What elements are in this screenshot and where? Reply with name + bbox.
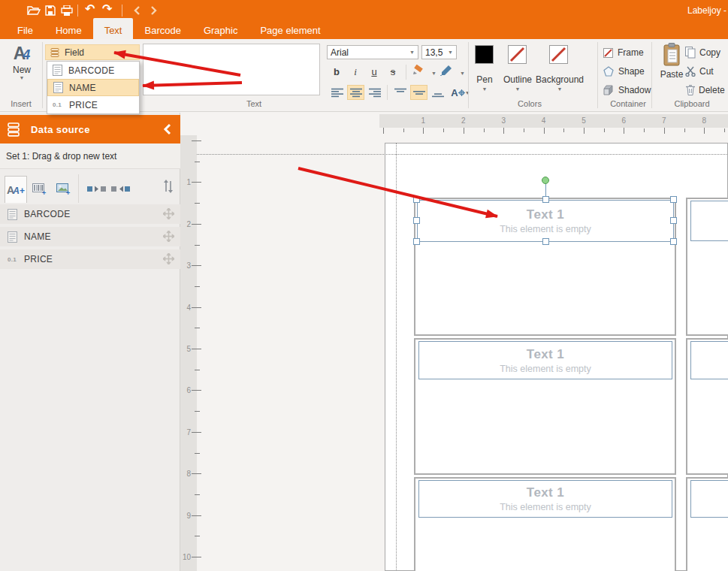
delete-button[interactable]: Delete	[686, 83, 725, 97]
drag-handle-icon[interactable]	[163, 253, 174, 264]
next-record-icon[interactable]	[150, 6, 158, 15]
align-right-button[interactable]	[366, 85, 383, 100]
field-name: PRICE	[24, 254, 53, 264]
cut-icon	[685, 66, 696, 77]
ruler-number: 5	[581, 116, 586, 125]
text-element[interactable]: Text 1 This element is empty	[418, 480, 672, 518]
drag-handle-icon[interactable]	[163, 208, 174, 219]
add-barcode-field-button[interactable]: +	[29, 176, 51, 203]
ruler-tick	[423, 128, 424, 134]
menu-item-price[interactable]: 0.1 PRICE	[47, 96, 139, 113]
underline-button[interactable]: u	[366, 65, 382, 80]
resize-handle-s[interactable]	[542, 238, 549, 245]
drag-handle-icon[interactable]	[163, 231, 174, 242]
chevron-down-icon[interactable]: ▼	[535, 86, 585, 92]
no-color-slash-icon	[550, 46, 567, 63]
shadow-button[interactable]: Shadow	[603, 83, 651, 97]
text-content-input[interactable]	[143, 44, 320, 95]
field-row-price[interactable]: 0.1 PRICE	[0, 249, 180, 269]
chevron-down-icon: ▼	[5, 75, 39, 80]
text-effects-icon: A	[451, 87, 458, 98]
pen-icon	[440, 65, 452, 76]
ruler-tick	[195, 286, 200, 287]
text-element[interactable]: Text 1 This element is empty	[418, 341, 672, 379]
ruler-tick	[192, 307, 201, 308]
background-color-swatch[interactable]	[549, 45, 568, 64]
tab-home[interactable]: Home	[44, 21, 93, 39]
ruler-tick	[192, 182, 201, 183]
shape-icon	[603, 66, 614, 77]
ruler-tick	[503, 128, 504, 134]
tab-text[interactable]: Text	[93, 18, 134, 39]
sort-fields-icon[interactable]	[162, 179, 174, 194]
align-center-button[interactable]	[347, 85, 364, 100]
ruler-number: 9	[180, 511, 191, 519]
merge-next-icon[interactable]	[87, 186, 107, 192]
ruler-tick	[192, 473, 201, 474]
valign-top-button[interactable]	[391, 85, 409, 100]
open-file-icon[interactable]	[27, 5, 41, 16]
cut-button[interactable]: Cut	[685, 65, 714, 78]
tab-graphic[interactable]: Graphic	[192, 21, 249, 39]
resize-handle-e[interactable]	[670, 217, 677, 224]
save-icon[interactable]	[45, 5, 56, 16]
new-text-button[interactable]: A4 New ▼	[5, 42, 39, 96]
tab-file[interactable]: File	[6, 21, 44, 39]
text-element-selected[interactable]: Text 1 This element is empty	[417, 200, 674, 242]
resize-handle-n[interactable]	[542, 196, 549, 203]
tab-barcode[interactable]: Barcode	[133, 21, 192, 39]
font-size-select[interactable]: 13,5 ▼	[421, 45, 457, 59]
add-text-field-button[interactable]: AA+	[5, 176, 27, 203]
font-family-select[interactable]: Arial ▼	[327, 45, 418, 59]
menu-item-name[interactable]: NAME	[47, 79, 139, 96]
collapse-panel-icon[interactable]	[163, 123, 171, 135]
chevron-down-icon[interactable]: ▼	[497, 86, 538, 92]
merge-previous-icon[interactable]	[111, 186, 131, 192]
data-set-label: Set 1: Drag & drop new text	[0, 144, 180, 169]
no-color-slash-icon	[509, 46, 526, 63]
frame-button[interactable]: Frame	[603, 46, 644, 59]
align-left-button[interactable]	[328, 85, 346, 100]
highlighter-button[interactable]	[412, 65, 430, 80]
outline-color-swatch[interactable]	[508, 45, 527, 64]
menu-item-barcode[interactable]: BARCODE	[47, 62, 139, 79]
pen-color-swatch[interactable]	[475, 45, 494, 64]
undo-icon[interactable]: ↶	[85, 4, 95, 14]
ruler-tick	[195, 203, 200, 204]
resize-handle-nw[interactable]	[413, 196, 420, 203]
menu-item-label: NAME	[69, 83, 96, 93]
tab-page-element[interactable]: Page element	[249, 21, 331, 39]
shape-button[interactable]: Shape	[603, 65, 645, 78]
ribbon: A4 New ▼ Insert Field Text BARCODE NAME …	[0, 39, 728, 112]
resize-handle-w[interactable]	[413, 217, 420, 224]
field-row-barcode[interactable]: BARCODE	[0, 204, 180, 224]
rotate-handle[interactable]	[542, 177, 549, 184]
copy-button[interactable]: Copy	[685, 46, 720, 59]
resize-handle-se[interactable]	[670, 238, 677, 245]
text-element[interactable]	[690, 480, 728, 518]
resize-handle-ne[interactable]	[670, 196, 677, 203]
canvas[interactable]: 12345678 12345678910 Text 1 This element…	[180, 113, 728, 571]
field-dropdown-button[interactable]: Field	[45, 44, 140, 60]
italic-button[interactable]: i	[347, 65, 364, 80]
ruler-tick	[383, 128, 384, 134]
add-image-field-button[interactable]: +	[53, 176, 75, 203]
valign-middle-button[interactable]	[410, 85, 427, 100]
chevron-down-icon: ▼	[448, 50, 453, 55]
valign-bottom-button[interactable]	[429, 85, 446, 100]
chevron-down-icon[interactable]: ▼	[431, 71, 436, 76]
paste-button[interactable]: Paste	[657, 43, 687, 89]
paste-icon	[663, 43, 681, 67]
field-row-name[interactable]: NAME	[0, 227, 180, 246]
print-icon[interactable]	[61, 5, 73, 16]
redo-icon[interactable]: ↷	[102, 4, 112, 14]
pen-style-button[interactable]	[440, 65, 458, 80]
strikethrough-button[interactable]: s	[385, 65, 401, 80]
text-element[interactable]	[690, 341, 728, 379]
previous-record-icon[interactable]	[133, 6, 140, 15]
vertical-ruler: 12345678910	[180, 135, 197, 571]
text-element[interactable]	[690, 201, 728, 241]
highlighter-icon	[412, 65, 424, 76]
bold-button[interactable]: b	[328, 65, 345, 80]
resize-handle-sw[interactable]	[413, 238, 420, 245]
